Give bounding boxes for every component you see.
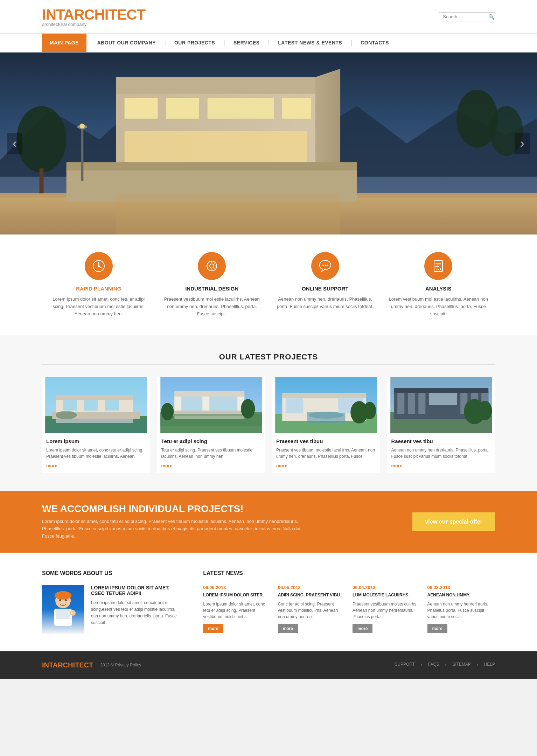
svg-rect-60 [174,391,244,397]
svg-rect-14 [67,162,357,170]
svg-rect-53 [84,400,98,411]
svg-line-34 [215,269,216,270]
svg-point-96 [59,599,61,601]
logo-text: INTARCHITECT [42,6,145,23]
footer-dot-3: • [476,662,479,668]
svg-rect-19 [81,127,83,181]
news-date-2: 06.05.2013 [278,585,346,590]
news-item-1: 06.06.2013 LOREM IPSUM DOLOR SITER. Lore… [203,585,271,633]
project-more-2[interactable]: more [161,463,261,468]
search-input[interactable] [443,14,488,19]
search-box[interactable]: 🔍 [439,12,495,21]
project-more-1[interactable]: more [46,463,146,468]
footer-link-faqs[interactable]: FAQS [428,662,439,668]
project-img-2 [157,377,265,433]
svg-rect-83 [418,393,425,414]
about-us-title: SOME WORDS ABOUT US [42,570,182,576]
svg-point-55 [56,411,77,419]
nav-separator-3: | [223,39,226,47]
project-more-3[interactable]: more [276,463,376,468]
svg-rect-5 [116,77,315,93]
news-headline-3: LUM MOLESTIE LACUIIRHS. [353,592,420,598]
nav-item-services[interactable]: SERVICES [226,34,267,52]
projects-section-title: OUR LATEST PROJECTS [42,352,495,362]
svg-line-36 [208,269,209,270]
nav-item-contacts[interactable]: CONTACTS [353,34,397,52]
special-offer-button[interactable]: view our special offer [412,512,495,531]
nav-separator-4: | [267,39,271,47]
latest-news-title: LATEST NEWS [203,570,495,576]
about-content: LOREM IPSUM DOLOR SIT AMET, CSEC TETUER … [42,585,182,634]
projects-divider [42,364,495,365]
footer-logo: INTARCHITECT [42,661,93,669]
project-content-4: Raesent ves tibu Aenean non ummy hen dre… [387,433,495,473]
logo-architect: ARCHITECT [64,6,146,23]
news-item-2: 06.05.2013 ADIPI SCING. PRAESENT VIBU. C… [278,585,346,633]
bottom-section: SOME WORDS ABOUT US [0,553,537,651]
svg-point-38 [325,265,326,266]
project-content-3: Praesent ves tibuu Praesent ves tibuum m… [272,433,380,473]
news-more-btn-4[interactable]: more [427,624,447,633]
nav-item-about[interactable]: ABOUT OUR COMPANY [90,34,164,52]
footer-copyright: 2013 © Privacy Policy [100,663,141,667]
about-text-content: LOREM IPSUM DOLOR SIT AMET, CSEC TETUER … [91,585,182,634]
feature-desc-rapid: Lorem ipsum dolor sit amet, conc tetu er… [49,296,148,317]
svg-point-65 [161,403,174,420]
svg-rect-52 [63,400,77,411]
feature-rapid-planning: RAPID PLANNING Lorem ipsum dolor sit ame… [42,252,155,317]
feature-title-rapid: RAPID PLANNING [49,286,148,292]
project-card-1: Lorem ipsum Lorem ipsum dolor sit amet, … [42,377,150,473]
project-content-1: Lorem ipsum Lorem ipsum dolor sit amet, … [42,433,150,473]
project-content-2: Tetu er adipi scing Tetu er adipi scing.… [157,433,265,473]
nav-item-projects[interactable]: OUR PROJECTS [167,34,223,52]
svg-point-26 [98,265,99,267]
svg-rect-7 [125,98,158,119]
logo-subtitle: architectural company [42,22,145,27]
search-icon[interactable]: 🔍 [488,14,494,20]
news-more-btn-3[interactable]: more [353,624,372,633]
news-more-btn-1[interactable]: more [203,624,223,633]
project-card-4: Raesent ves tibu Aenean non ummy hen dre… [387,377,495,473]
nav-item-main-page[interactable]: MAIN PAGE [42,34,86,52]
logo-int: INT [42,6,64,23]
svg-rect-93 [55,595,71,597]
feature-desc-industrial: Praesent vestibuum mol estie lacuiirhs. … [162,296,262,317]
nav-item-news[interactable]: LATEST NEWS & EVENTS [270,34,350,52]
svg-rect-72 [286,398,303,413]
slider-next-arrow[interactable]: › [515,133,530,154]
news-headline-2: ADIPI SCING. PRAESENT VIBU. [278,592,346,598]
project-card-3: Praesent ves tibuu Praesent ves tibuum m… [272,377,380,473]
news-grid: 06.06.2013 LOREM IPSUM DOLOR SITER. Lore… [203,585,495,633]
footer-link-help[interactable]: HELP [484,662,495,668]
project-more-4[interactable]: more [391,463,491,468]
svg-rect-44 [440,268,441,270]
svg-line-35 [215,262,216,264]
about-photo [42,585,84,634]
news-item-3: 06.04.2013 LUM MOLESTIE LACUIIRHS. Praes… [353,585,420,633]
footer-dot-1: • [420,662,423,668]
news-more-btn-2[interactable]: more [278,624,298,633]
nav-separator-2: | [163,39,167,47]
online-support-icon [311,252,339,280]
news-headline-1: LOREM IPSUM DOLOR SITER. [203,592,271,598]
footer: INTARCHITECT 2013 © Privacy Policy SUPPO… [0,651,537,679]
latest-news-section: LATEST NEWS 06.06.2013 LOREM IPSUM DOLOR… [203,570,495,634]
svg-point-98 [70,610,76,616]
feature-desc-analysis: Lorem vestibuum mol estie lacuiirhs. Aen… [389,296,488,317]
svg-point-27 [210,264,214,268]
feature-online-support: ONLINE SUPPORT Aenean non ummy hen. drer… [268,252,382,317]
svg-point-39 [327,265,328,266]
news-desc-2: Conc ter adipi scing. Praesent vestibuum… [278,601,346,620]
footer-link-sitemap[interactable]: SITEMAP [452,662,471,668]
slider-prev-arrow[interactable]: ‹ [7,133,22,154]
project-desc-3: Praesent ves tibuum molestie lacui irhs.… [276,447,376,460]
feature-desc-support: Aenean non ummy hen. dreriauris. Phasell… [276,296,375,310]
svg-rect-9 [208,98,274,119]
project-desc-1: Lorem ipsum dolor sit amet, conc tetu er… [46,447,146,460]
svg-rect-80 [394,388,488,393]
footer-link-support[interactable]: SUPPORT [395,662,415,668]
svg-rect-16 [40,168,44,193]
project-desc-2: Tetu er adipi scing. Praesent ves tibuum… [161,447,261,460]
cta-banner: WE ACCOMPLISH INDIVIDUAL PROJECTS! Lorem… [0,491,537,552]
svg-point-74 [308,412,343,419]
